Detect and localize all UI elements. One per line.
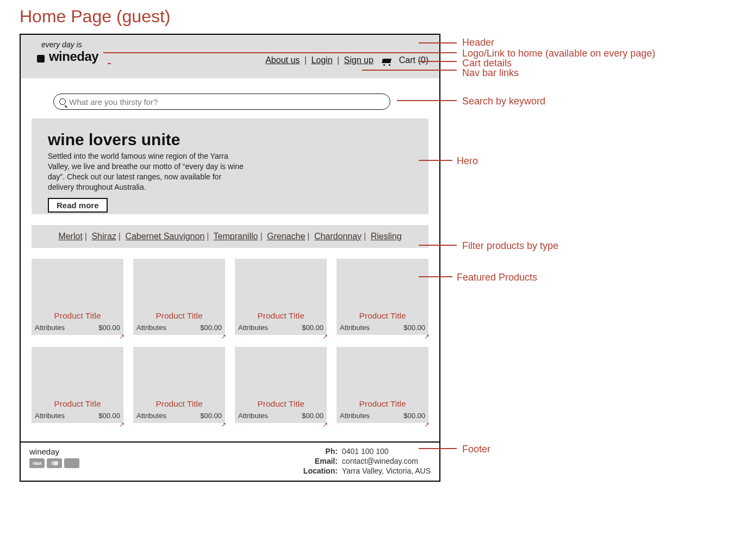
wireframe-frame: every day is wineday About us | Login | … (20, 34, 440, 482)
header: every day is wineday About us | Login | … (21, 35, 439, 78)
product-attributes: Attributes (136, 412, 166, 420)
logo-wordmark: wineday (49, 49, 98, 64)
footer-location-label: Location: (303, 466, 338, 475)
annotation-line (362, 70, 457, 71)
hero-heading: wine lovers unite (48, 130, 412, 149)
link-arrow-icon: ↗ (119, 333, 125, 340)
nav-separator: | (304, 55, 307, 65)
nav-login-link[interactable]: Login (311, 55, 332, 65)
hero: wine lovers unite Settled into the world… (32, 119, 428, 214)
footer-email-value: contact@wineday.com (342, 457, 431, 465)
annotation-line (419, 160, 452, 161)
payment-icons: VISA (29, 458, 79, 468)
annotation-line (103, 52, 457, 53)
product-attributes: Attributes (238, 412, 268, 420)
nav-bar: About us | Login | Sign up Cart (0) (265, 55, 428, 65)
annotation-line (419, 276, 452, 277)
footer-location-value: Yarra Valley, Victoria, AUS (342, 466, 431, 475)
annotation-line (419, 42, 457, 43)
product-attributes: Attributes (136, 323, 166, 332)
product-price: $00.00 (403, 412, 425, 420)
footer-email-label: Email: (303, 457, 338, 465)
product-price: $00.00 (302, 412, 324, 420)
product-card[interactable]: Product Title Attributes $00.00 ↗ (133, 259, 225, 335)
product-card[interactable]: Product Title Attributes $00.00 ↗ (337, 347, 428, 423)
footer-ph-value: 0401 100 100 (342, 447, 431, 456)
nav-about-link[interactable]: About us (265, 55, 300, 65)
footer: wineday VISA Ph: 0401 100 100 Email: con… (21, 441, 439, 481)
product-price: $00.00 (200, 412, 222, 420)
product-card[interactable]: Product Title Attributes $00.00 ↗ (235, 259, 327, 335)
link-arrow-icon: ↗ (221, 421, 226, 428)
product-title: Product Title (32, 399, 123, 409)
link-arrow-icon: ↗ (424, 333, 430, 340)
search-field[interactable] (53, 94, 390, 110)
product-card[interactable]: Product Title Attributes $00.00 ↗ (337, 259, 428, 335)
product-title: Product Title (235, 399, 327, 409)
product-attributes: Attributes (35, 412, 65, 420)
page-title: Home Page (guest) (20, 7, 170, 27)
product-attributes: Attributes (340, 323, 370, 332)
product-attributes: Attributes (238, 323, 268, 332)
product-price: $00.00 (403, 323, 425, 332)
annotation-hero: Hero (457, 155, 478, 167)
hero-read-more-button[interactable]: Read more (48, 198, 108, 213)
product-grid: Product Title Attributes $00.00 ↗ Produc… (32, 259, 428, 423)
annotation-search: Search by keyword (462, 96, 545, 107)
annotation-filters: Filter products by type (462, 240, 558, 252)
nav-separator: | (337, 55, 339, 65)
product-title: Product Title (133, 311, 225, 321)
product-attributes: Attributes (340, 412, 370, 420)
filter-bar: Merlot| Shiraz| Cabernet Sauvignon| Temp… (32, 225, 428, 248)
product-title: Product Title (133, 399, 225, 409)
filter-link[interactable]: Merlot (58, 232, 82, 241)
link-arrow-icon: ↗ (322, 421, 328, 428)
link-arrow-icon: ↗ (322, 333, 328, 340)
filter-link[interactable]: Shiraz (91, 232, 116, 241)
link-indicator-icon (108, 63, 111, 64)
filter-link[interactable]: Tempranillo (214, 232, 258, 241)
product-card[interactable]: Product Title Attributes $00.00 ↗ (32, 259, 123, 335)
footer-brand: wineday (29, 447, 79, 456)
product-title: Product Title (235, 311, 327, 321)
product-title: Product Title (32, 311, 123, 321)
product-title: Product Title (337, 399, 428, 409)
amex-icon (64, 458, 79, 468)
product-title: Product Title (337, 311, 428, 321)
visa-icon: VISA (29, 458, 45, 468)
nav-signup-link[interactable]: Sign up (344, 55, 374, 65)
filter-link[interactable]: Cabernet Sauvignon (125, 232, 204, 241)
search-section (21, 78, 439, 119)
link-arrow-icon: ↗ (221, 333, 226, 340)
annotation-line (397, 100, 457, 101)
product-attributes: Attributes (35, 323, 65, 332)
filter-link[interactable]: Grenache (267, 232, 305, 241)
annotation-line (419, 245, 457, 246)
product-card[interactable]: Product Title Attributes $00.00 ↗ (235, 347, 327, 423)
annotation-line (419, 448, 457, 449)
hero-body: Settled into the world famous wine regio… (48, 151, 249, 192)
filter-link[interactable]: Chardonnay (314, 232, 362, 241)
annotation-header: Header (462, 37, 494, 48)
search-input[interactable] (69, 97, 384, 107)
product-price: $00.00 (302, 323, 324, 332)
annotation-products: Featured Products (457, 272, 537, 283)
cart-link[interactable]: Cart (0) (399, 55, 428, 65)
filter-link[interactable]: Riesling (371, 232, 402, 241)
link-arrow-icon: ↗ (424, 421, 430, 428)
logo-square-icon (37, 55, 45, 63)
cart-icon[interactable] (381, 57, 393, 65)
annotation-footer: Footer (462, 444, 490, 455)
annotation-navlinks: Nav bar links (462, 67, 519, 79)
product-price: $00.00 (98, 323, 120, 332)
mastercard-icon (47, 458, 62, 468)
annotation-line (419, 61, 457, 62)
search-icon (59, 98, 66, 105)
product-card[interactable]: Product Title Attributes $00.00 ↗ (32, 347, 123, 423)
product-price: $00.00 (98, 412, 120, 420)
footer-ph-label: Ph: (303, 447, 338, 456)
product-card[interactable]: Product Title Attributes $00.00 ↗ (133, 347, 225, 423)
link-arrow-icon: ↗ (119, 421, 125, 428)
product-price: $00.00 (200, 323, 222, 332)
logo-tagline: every day is (41, 40, 428, 49)
